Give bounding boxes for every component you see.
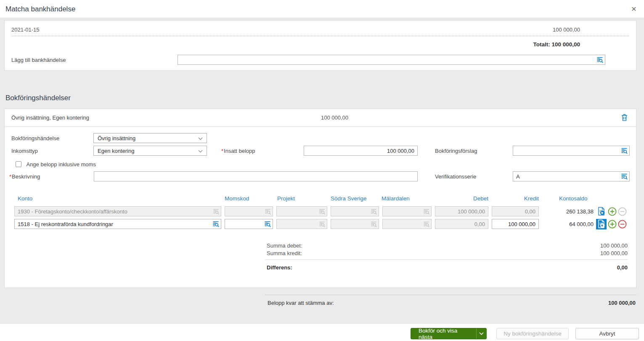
dialog-header: Matcha bankhändelse × bbox=[0, 0, 644, 18]
summa-debet-value: 100 000,00 bbox=[600, 242, 628, 249]
col-header-kontosaldo: Kontosaldo bbox=[559, 195, 588, 202]
sodra-sverige-field bbox=[331, 219, 379, 229]
reconcile-label: Belopp kvar att stämma av: bbox=[268, 300, 334, 306]
momskod-field bbox=[225, 206, 273, 216]
malardalen-input bbox=[383, 219, 421, 229]
debet-input bbox=[435, 207, 488, 216]
entry-header-amount: 100 000,00 bbox=[321, 115, 348, 121]
list-search-icon bbox=[211, 207, 221, 216]
moms-checkbox-label: Ange belopp inklusive moms bbox=[26, 161, 95, 168]
bank-event-card: 2021-01-15 100 000,00 Totalt: 100 000,00… bbox=[4, 20, 636, 71]
col-header-momskod: Momskod bbox=[225, 195, 249, 202]
momskod-field bbox=[225, 219, 273, 229]
bokforingshandelse-label: Bokföringshändelse bbox=[11, 135, 59, 141]
col-header-kredit: Kredit bbox=[492, 195, 539, 202]
momskod-input[interactable] bbox=[225, 219, 262, 229]
summa-kredit-label: Summa kredit: bbox=[267, 250, 302, 256]
dialog-title: Matcha bankhändelse bbox=[5, 5, 75, 13]
insatt-belopp-input[interactable] bbox=[304, 146, 417, 155]
moms-checkbox[interactable] bbox=[16, 161, 21, 167]
moms-checkbox-row: Ange belopp inklusive moms bbox=[16, 160, 96, 168]
bokforingsforslag-field bbox=[513, 146, 630, 156]
konto-field bbox=[14, 219, 221, 229]
remove-row-icon-disabled bbox=[618, 207, 627, 216]
reconcile-value: 100 000,00 bbox=[538, 300, 636, 306]
kredit-input bbox=[492, 207, 538, 216]
bokfor-och-visa-nasta-button[interactable]: Bokför och visa nästa bbox=[411, 328, 476, 339]
bokfor-button-group: Bokför och visa nästa bbox=[411, 328, 487, 339]
list-search-icon bbox=[317, 207, 327, 216]
col-header-projekt: Projekt bbox=[277, 195, 295, 202]
required-marker: * bbox=[221, 148, 223, 154]
col-header-malardalen: Mälardalen bbox=[382, 195, 410, 202]
projekt-field bbox=[276, 219, 327, 229]
total-value: 100 000,00 bbox=[551, 41, 580, 48]
close-icon[interactable]: × bbox=[629, 4, 639, 14]
bokforingshandelse-select[interactable]: Övrig insättning bbox=[93, 133, 207, 143]
row-actions bbox=[596, 206, 627, 217]
verifikationsserie-field bbox=[513, 171, 630, 181]
bank-event-amount: 100 000,00 bbox=[553, 27, 580, 33]
entry-header-row: Övrig insättning, Egen kontering 100 000… bbox=[5, 109, 636, 127]
beskrivning-input[interactable] bbox=[94, 172, 417, 181]
bookkeeping-entry-card: Övrig insättning, Egen kontering 100 000… bbox=[4, 109, 636, 288]
row-actions bbox=[596, 218, 627, 229]
list-search-icon bbox=[368, 219, 379, 229]
reconcile-divider bbox=[265, 295, 636, 295]
kredit-input[interactable] bbox=[492, 219, 538, 229]
booking-template-icon-selected[interactable] bbox=[596, 219, 607, 229]
verifikationsserie-label: Verifikationsserie bbox=[435, 173, 476, 180]
bokforingshandelse-value: Övrig insättning bbox=[98, 135, 135, 141]
list-search-icon[interactable] bbox=[211, 219, 221, 229]
debet-input bbox=[435, 219, 488, 229]
bokforingsforslag-input[interactable] bbox=[513, 146, 619, 155]
malardalen-field bbox=[382, 219, 432, 229]
beskrivning-field bbox=[94, 171, 418, 181]
booking-template-icon[interactable] bbox=[596, 206, 607, 217]
list-search-icon bbox=[262, 207, 273, 216]
avbryt-button[interactable]: Avbryt bbox=[575, 328, 639, 339]
ny-bokforingshandelse-button: Ny bokföringshändelse bbox=[496, 328, 569, 339]
list-search-icon bbox=[421, 207, 431, 216]
list-search-icon[interactable] bbox=[619, 172, 629, 181]
differens-label: Differens: bbox=[267, 264, 292, 271]
col-header-konto: Konto bbox=[18, 195, 32, 202]
summa-debet-label: Summa debet: bbox=[267, 242, 302, 249]
entry-header-title: Övrig insättning, Egen kontering bbox=[11, 115, 89, 121]
add-bank-event-input[interactable] bbox=[178, 55, 595, 64]
add-bank-event-search bbox=[178, 55, 605, 65]
col-header-debet: Debet bbox=[435, 195, 488, 202]
list-search-icon[interactable] bbox=[262, 219, 273, 229]
bank-event-total: Totalt: 100 000,00 bbox=[533, 41, 580, 48]
debet-field bbox=[435, 206, 488, 216]
sodra-sverige-field bbox=[331, 206, 379, 216]
sodra-sverige-input bbox=[331, 207, 368, 216]
total-label: Totalt: bbox=[533, 41, 550, 48]
remove-row-icon[interactable] bbox=[618, 220, 627, 229]
col-header-sodra-sverige: Södra Sverige bbox=[331, 195, 367, 202]
inkomsttyp-label: Inkomsttyp bbox=[11, 148, 38, 154]
kredit-field bbox=[492, 219, 539, 229]
chevron-down-icon[interactable] bbox=[476, 328, 486, 339]
sodra-sverige-input bbox=[331, 219, 368, 229]
bank-event-date: 2021-01-15 bbox=[11, 27, 40, 33]
list-search-icon[interactable] bbox=[595, 55, 605, 64]
beskrivning-label: *Beskrivning bbox=[9, 173, 40, 180]
verifikationsserie-input[interactable] bbox=[513, 172, 619, 181]
malardalen-field bbox=[382, 206, 432, 216]
add-row-icon[interactable] bbox=[608, 220, 617, 229]
list-search-icon bbox=[368, 207, 379, 216]
add-row-icon[interactable] bbox=[608, 207, 617, 216]
debet-field bbox=[435, 219, 488, 229]
trash-icon[interactable] bbox=[621, 114, 628, 123]
konto-input[interactable] bbox=[15, 219, 211, 229]
chevron-down-icon bbox=[198, 148, 203, 154]
inkomsttyp-select[interactable]: Egen kontering bbox=[93, 146, 207, 156]
insatt-belopp-field bbox=[304, 146, 418, 156]
list-search-icon[interactable] bbox=[619, 146, 629, 155]
differens-value: 0,00 bbox=[617, 264, 628, 271]
match-bank-event-dialog: Matcha bankhändelse × 2021-01-15 100 000… bbox=[0, 0, 644, 341]
kontosaldo-value: 64 000,00 bbox=[543, 221, 594, 227]
insatt-belopp-label: *Insatt belopp bbox=[221, 148, 255, 154]
dialog-footer: Bokför och visa nästa Ny bokföringshände… bbox=[0, 323, 644, 341]
